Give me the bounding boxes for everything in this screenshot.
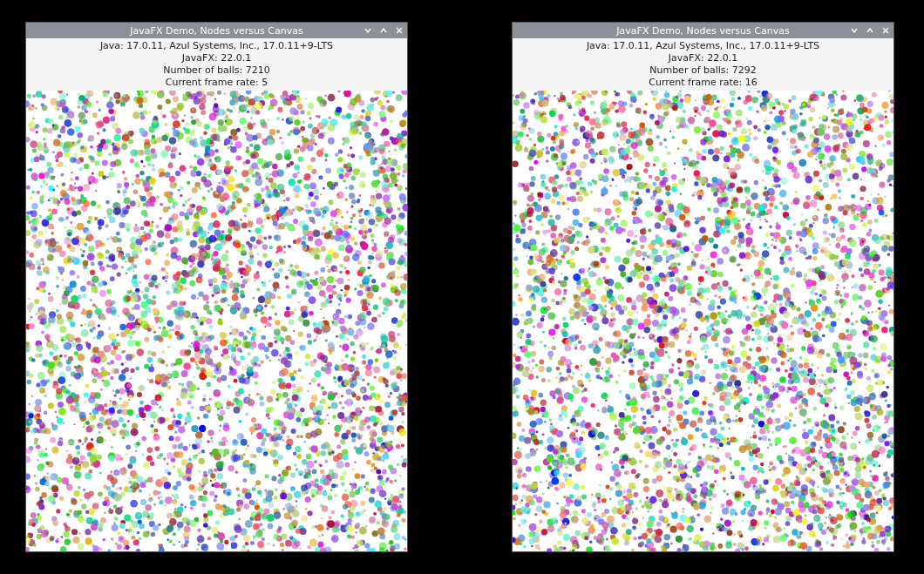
fps-value: 16 (745, 77, 758, 88)
balls-value: 7292 (732, 64, 757, 76)
balls-line: Number of balls: 7292 (649, 64, 757, 76)
fps-label: Current frame rate: (166, 77, 259, 88)
fps-label: Current frame rate: (649, 77, 742, 88)
minimize-icon[interactable] (848, 24, 860, 37)
render-area-right (513, 91, 893, 551)
fps-value: 5 (262, 77, 268, 88)
titlebar-right[interactable]: JavaFX Demo, Nodes versus Canvas (513, 23, 893, 38)
info-panel-right: Java: 17.0.11, Azul Systems, Inc., 17.0.… (513, 38, 893, 91)
maximize-icon[interactable] (377, 24, 390, 37)
balls-label: Number of balls: (163, 64, 242, 76)
minimize-icon[interactable] (362, 24, 374, 37)
javafx-version-line: JavaFX: 22.0.1 (182, 52, 251, 64)
fps-line: Current frame rate: 16 (649, 77, 757, 88)
balls-canvas-right (513, 91, 893, 551)
balls-value: 7210 (246, 64, 270, 76)
info-panel-left: Java: 17.0.11, Azul Systems, Inc., 17.0.… (26, 38, 407, 91)
balls-line: Number of balls: 7210 (163, 64, 270, 76)
close-icon[interactable] (393, 24, 405, 37)
window-right: JavaFX Demo, Nodes versus Canvas Java: 1… (513, 23, 893, 551)
java-version-line: Java: 17.0.11, Azul Systems, Inc., 17.0.… (100, 40, 333, 51)
fps-line: Current frame rate: 5 (166, 77, 268, 88)
java-version-line: Java: 17.0.11, Azul Systems, Inc., 17.0.… (587, 40, 819, 51)
window-title: JavaFX Demo, Nodes versus Canvas (26, 25, 407, 37)
window-title: JavaFX Demo, Nodes versus Canvas (513, 25, 893, 37)
balls-label: Number of balls: (649, 64, 729, 76)
balls-canvas-left (26, 91, 407, 551)
window-left: JavaFX Demo, Nodes versus Canvas Java: 1… (26, 23, 407, 551)
close-icon[interactable] (880, 24, 892, 37)
window-controls (362, 23, 405, 38)
window-controls (848, 23, 892, 38)
javafx-version-line: JavaFX: 22.0.1 (669, 52, 737, 64)
maximize-icon[interactable] (864, 24, 876, 37)
render-area-left (26, 91, 407, 551)
titlebar-left[interactable]: JavaFX Demo, Nodes versus Canvas (26, 23, 407, 38)
